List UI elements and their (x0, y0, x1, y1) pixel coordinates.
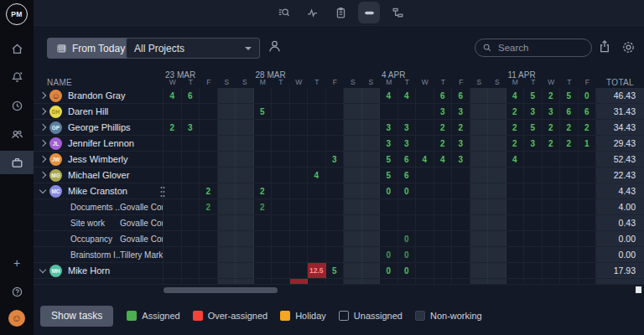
allocation-cell[interactable] (218, 104, 236, 119)
allocation-cell[interactable]: 3 (380, 120, 398, 135)
allocation-cell[interactable] (326, 120, 345, 135)
row-name-cell[interactable]: JLJennifer Lennon (34, 136, 164, 151)
allocation-cell[interactable] (254, 120, 273, 135)
allocation-cell[interactable] (506, 199, 525, 214)
allocation-cell[interactable]: 2 (543, 136, 561, 151)
allocation-cell[interactable] (543, 152, 561, 167)
allocation-cell[interactable] (398, 199, 417, 214)
sidebar-item-help[interactable] (0, 280, 34, 303)
allocation-cell[interactable]: 2 (200, 199, 218, 214)
allocation-cell[interactable] (200, 136, 218, 151)
allocation-cell[interactable] (290, 136, 309, 151)
allocation-cell[interactable] (236, 152, 254, 167)
allocation-cell[interactable] (488, 168, 506, 183)
nav-activity[interactable] (301, 2, 323, 23)
allocation-cell[interactable] (236, 231, 254, 246)
allocation-cell[interactable] (290, 120, 309, 135)
allocation-cell[interactable]: 2 (543, 88, 561, 103)
allocation-cell[interactable] (326, 168, 345, 183)
allocation-cell[interactable] (218, 168, 236, 183)
allocation-cell[interactable] (524, 231, 543, 246)
allocation-cell[interactable] (434, 247, 453, 262)
allocation-cell[interactable] (272, 152, 290, 167)
pm-logo[interactable]: PM (6, 3, 28, 25)
allocation-cell[interactable] (543, 263, 561, 278)
allocation-cell[interactable] (164, 136, 182, 151)
allocation-cell[interactable] (308, 104, 326, 119)
allocation-cell[interactable] (254, 215, 273, 230)
allocation-cell[interactable] (344, 215, 362, 230)
settings-button[interactable] (621, 39, 636, 55)
allocation-cell[interactable] (200, 231, 218, 246)
allocation-cell[interactable]: 2 (506, 136, 525, 151)
allocation-cell[interactable] (236, 183, 254, 198)
allocation-cell[interactable] (218, 215, 236, 230)
sidebar-item-history[interactable] (0, 94, 34, 117)
allocation-cell[interactable] (290, 263, 309, 278)
horizontal-scrollbar[interactable] (164, 287, 278, 293)
person-row[interactable]: ☺Brandon Gray4644664525046.43 (34, 88, 644, 104)
allocation-cell[interactable] (488, 104, 506, 119)
allocation-cell[interactable] (164, 215, 182, 230)
allocation-cell[interactable]: 6 (579, 104, 597, 119)
task-row[interactable]: Site workGovalle Con..0.43 (34, 215, 644, 231)
allocation-cell[interactable] (254, 168, 273, 183)
allocation-cell[interactable] (308, 152, 326, 167)
allocation-cell[interactable]: 2 (560, 120, 579, 135)
allocation-cell[interactable] (326, 136, 345, 151)
row-name-cell[interactable]: OccupancyGovalle Con.. (34, 231, 164, 246)
allocation-cell[interactable] (434, 231, 453, 246)
allocation-cell[interactable] (344, 152, 362, 167)
allocation-cell[interactable] (380, 199, 398, 214)
sidebar-item-notifications[interactable] (0, 65, 34, 89)
allocation-cell[interactable]: 3 (543, 104, 561, 119)
allocation-cell[interactable] (164, 231, 182, 246)
allocation-cell[interactable]: 5 (560, 88, 579, 103)
allocation-cell[interactable] (506, 168, 525, 183)
allocation-cell[interactable] (488, 152, 506, 167)
allocation-cell[interactable]: 2 (254, 183, 273, 198)
allocation-cell[interactable]: 5 (524, 120, 543, 135)
allocation-cell[interactable]: 3 (380, 136, 398, 151)
allocation-cell[interactable] (560, 183, 579, 198)
allocation-cell[interactable] (326, 247, 345, 262)
allocation-cell[interactable] (200, 152, 218, 167)
task-row[interactable]: OccupancyGovalle Con..00.00 (34, 231, 644, 247)
allocation-cell[interactable] (218, 231, 236, 246)
allocation-cell[interactable] (308, 215, 326, 230)
allocation-cell[interactable]: 1 (579, 136, 597, 151)
allocation-cell[interactable] (380, 215, 398, 230)
nav-workflow[interactable] (387, 2, 408, 23)
allocation-cell[interactable] (506, 263, 525, 278)
allocation-cell[interactable] (470, 168, 489, 183)
allocation-cell[interactable] (326, 199, 345, 214)
allocation-cell[interactable] (524, 152, 543, 167)
row-name-cell[interactable]: Documents ...Govalle Con.. (34, 199, 164, 214)
allocation-cell[interactable] (182, 183, 200, 198)
allocation-cell[interactable] (380, 104, 398, 119)
allocation-cell[interactable] (362, 152, 381, 167)
allocation-cell[interactable] (488, 231, 506, 246)
allocation-cell[interactable] (326, 104, 345, 119)
allocation-cell[interactable] (452, 183, 470, 198)
allocation-cell[interactable] (470, 136, 489, 151)
allocation-cell[interactable]: 2 (543, 120, 561, 135)
allocation-cell[interactable] (579, 183, 597, 198)
allocation-cell[interactable] (290, 104, 309, 119)
allocation-cell[interactable] (272, 168, 290, 183)
person-row[interactable]: MGMichael Glover45622.43 (34, 168, 644, 183)
row-name-cell[interactable]: MCMike Cranston (34, 183, 164, 198)
allocation-cell[interactable] (488, 88, 506, 103)
allocation-cell[interactable] (398, 215, 417, 230)
allocation-cell[interactable] (200, 104, 218, 119)
allocation-cell[interactable] (579, 215, 597, 230)
row-name-cell[interactable]: MGMichael Glover (34, 168, 164, 183)
allocation-cell[interactable] (254, 247, 273, 262)
allocation-cell[interactable] (543, 247, 561, 262)
allocation-cell[interactable] (272, 215, 290, 230)
person-row[interactable]: JLJennifer Lennon33232322129.43 (34, 136, 644, 152)
allocation-cell[interactable]: 4 (434, 152, 453, 167)
allocation-cell[interactable]: 4 (164, 88, 182, 103)
allocation-cell[interactable]: 2 (506, 120, 525, 135)
allocation-cell[interactable] (254, 231, 273, 246)
